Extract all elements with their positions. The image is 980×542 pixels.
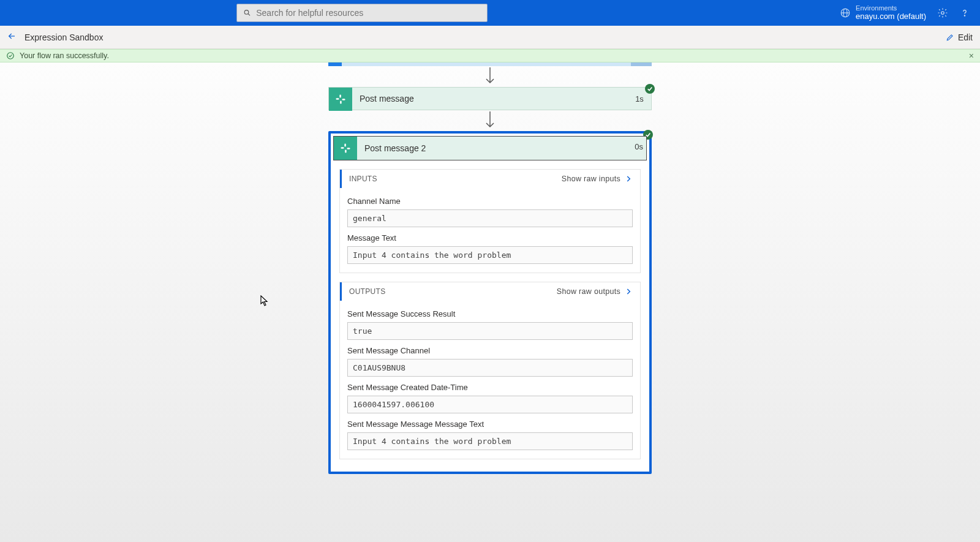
pencil-icon xyxy=(946,33,954,42)
show-raw-inputs-button[interactable]: Show raw inputs xyxy=(562,175,633,183)
edit-button[interactable]: Edit xyxy=(946,32,973,42)
svg-rect-18 xyxy=(345,150,347,153)
environment-icon xyxy=(840,7,851,18)
field-value-channel: C01AUS9BNU8 xyxy=(347,359,633,377)
svg-rect-15 xyxy=(341,147,344,149)
chevron-right-icon xyxy=(624,175,633,183)
flow-connector xyxy=(328,110,652,131)
field-value-channel-name: general xyxy=(347,209,633,227)
svg-rect-13 xyxy=(340,101,342,104)
flow-canvas[interactable]: Post message 1s Post message 2 0s xyxy=(0,62,980,542)
banner-message: Your flow ran successfully. xyxy=(20,51,109,60)
step-post-message-2-header[interactable]: Post message 2 xyxy=(333,136,647,160)
back-icon[interactable] xyxy=(7,31,17,43)
page-title: Expression Sandbox xyxy=(24,32,103,42)
top-header: Environments enayu.com (default) xyxy=(0,0,980,26)
inputs-panel: INPUTS Show raw inputs Channel Name gene… xyxy=(339,169,641,273)
show-raw-outputs-button[interactable]: Show raw outputs xyxy=(557,287,633,296)
svg-rect-12 xyxy=(342,99,345,100)
field-label-msg-text: Sent Message Message Message Text xyxy=(347,420,633,429)
outputs-label: OUTPUTS xyxy=(349,287,385,296)
field-label-success: Sent Message Success Result xyxy=(347,309,633,318)
svg-point-0 xyxy=(244,10,249,15)
settings-icon[interactable] xyxy=(937,7,948,18)
step-title: Post message xyxy=(352,88,628,110)
chevron-right-icon xyxy=(624,287,633,296)
outputs-panel: OUTPUTS Show raw outputs Sent Message Su… xyxy=(339,282,641,459)
field-label-channel: Sent Message Channel xyxy=(347,346,633,355)
success-check-icon xyxy=(645,84,655,94)
field-value-created: 1600041597.006100 xyxy=(347,396,633,413)
search-input[interactable] xyxy=(256,8,481,18)
help-icon[interactable] xyxy=(959,7,970,18)
field-label-created: Sent Message Created Date-Time xyxy=(347,383,633,392)
svg-rect-16 xyxy=(344,144,346,147)
field-value-message-text: Input 4 contains the word problem xyxy=(347,246,633,264)
svg-point-8 xyxy=(7,53,14,59)
svg-rect-17 xyxy=(347,148,350,149)
step-title: Post message 2 xyxy=(357,137,646,160)
svg-rect-10 xyxy=(336,98,339,100)
slack-icon xyxy=(334,137,357,160)
field-label-message-text: Message Text xyxy=(347,233,633,243)
environment-picker[interactable]: Environments enayu.com (default) xyxy=(840,4,926,21)
sub-header: Expression Sandbox Edit xyxy=(0,26,980,49)
edit-label: Edit xyxy=(958,32,973,42)
slack-icon xyxy=(329,88,352,111)
previous-step-strip xyxy=(328,62,652,66)
field-value-success: true xyxy=(347,322,633,340)
svg-line-1 xyxy=(248,14,250,16)
check-circle-icon xyxy=(6,51,15,60)
field-value-msg-text: Input 4 contains the word problem xyxy=(347,432,633,450)
flow-connector xyxy=(328,66,652,87)
search-box[interactable] xyxy=(236,4,488,22)
environment-name: enayu.com (default) xyxy=(856,12,926,21)
cursor-icon xyxy=(260,295,269,306)
svg-rect-11 xyxy=(339,95,341,98)
inputs-label: INPUTS xyxy=(349,175,377,183)
environment-label: Environments xyxy=(856,4,926,12)
step-post-message[interactable]: Post message 1s xyxy=(328,87,652,110)
step-post-message-2-expanded: Post message 2 0s INPUTS Show raw inputs… xyxy=(328,131,652,474)
svg-point-5 xyxy=(941,12,944,15)
success-banner: Your flow ran successfully. × xyxy=(0,49,980,62)
search-icon xyxy=(243,9,251,17)
field-label-channel-name: Channel Name xyxy=(347,197,633,206)
banner-close-icon[interactable]: × xyxy=(969,51,974,61)
step-duration: 0s xyxy=(635,142,643,151)
svg-point-6 xyxy=(964,15,965,16)
